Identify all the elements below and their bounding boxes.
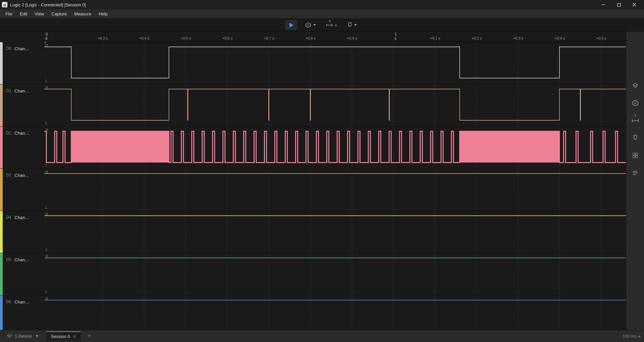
- zoom-value: 100 ms: [622, 334, 637, 339]
- channel-label[interactable]: D2Chan…: [0, 127, 44, 168]
- channel-id: D0: [6, 46, 11, 51]
- session-tab-label: Session 0: [51, 334, 70, 339]
- channel-name: Chan…: [14, 257, 29, 262]
- channel-waveform[interactable]: HL: [44, 253, 626, 295]
- menu-help[interactable]: Help: [95, 10, 111, 18]
- channel-id: D2: [6, 131, 11, 135]
- maximize-button[interactable]: [611, 0, 627, 9]
- ruler-minor-label: +0.1 s: [430, 36, 440, 40]
- main-area: 0 s.2 s1 s+0.3 s+0.4 s+0.5 s+0.6 s+0.7 s…: [0, 31, 644, 330]
- channel-waveform[interactable]: HL: [44, 211, 626, 253]
- hex-icon: 1F: [305, 22, 311, 28]
- menu-measure[interactable]: Measure: [71, 10, 95, 18]
- ruler-minor-label: +0.7 s: [264, 36, 274, 40]
- chevron-down-icon: [313, 24, 316, 26]
- svg-rect-11: [460, 131, 559, 162]
- play-button[interactable]: [285, 20, 297, 30]
- minimize-button[interactable]: [596, 0, 611, 9]
- close-button[interactable]: [627, 0, 642, 9]
- timing-side-badge: 3: [634, 114, 636, 117]
- channel-id: D6: [6, 299, 11, 304]
- waveform-area[interactable]: 0 s.2 s1 s+0.3 s+0.4 s+0.5 s+0.6 s+0.7 s…: [0, 31, 626, 330]
- channel-waveform[interactable]: HL: [44, 127, 626, 168]
- timing-button[interactable]: 3 +: [324, 20, 339, 30]
- channel-label[interactable]: D5Chan…: [0, 253, 44, 295]
- panel-timing-button[interactable]: 3: [631, 117, 639, 125]
- panel-extensions-button[interactable]: [631, 151, 639, 159]
- channel-waveform[interactable]: HL: [44, 169, 626, 211]
- channel-row[interactable]: D3Chan…HL: [0, 169, 626, 211]
- channel-label[interactable]: D1Chan…: [0, 84, 44, 126]
- window-title: Logic 2 [Logic - Connected] [Session 0]: [10, 2, 596, 7]
- svg-rect-10: [71, 131, 169, 162]
- chevron-down-icon: [36, 335, 38, 337]
- svg-rect-20: [636, 156, 638, 158]
- device-count: 1 Device: [15, 334, 32, 339]
- play-icon: [288, 22, 294, 28]
- add-tab-button[interactable]: +: [86, 333, 93, 340]
- channel-id: D1: [6, 88, 11, 93]
- panel-layers-button[interactable]: [631, 82, 639, 90]
- channel-label[interactable]: D6Chan…: [0, 295, 44, 330]
- channel-label[interactable]: D3Chan…: [0, 169, 44, 211]
- channel-row[interactable]: D1Chan…HL: [0, 84, 626, 127]
- channel-color-bar: [0, 169, 3, 211]
- channel-waveform[interactable]: HL: [44, 295, 626, 330]
- markers-button[interactable]: [345, 20, 359, 30]
- panel-analyzers-button[interactable]: 1F: [631, 99, 639, 107]
- panel-notes-button[interactable]: [631, 169, 639, 177]
- close-tab-icon[interactable]: ✕: [73, 334, 76, 339]
- hex-icon: 1F: [632, 100, 639, 107]
- notes-icon: [632, 170, 638, 176]
- device-selector[interactable]: 1 Device: [3, 332, 42, 340]
- menu-view[interactable]: View: [31, 10, 47, 18]
- ruler-minor-label: +0.9 s: [347, 36, 357, 40]
- analyzers-button[interactable]: 1F: [303, 20, 318, 30]
- menu-edit[interactable]: Edit: [16, 10, 31, 18]
- wave-svg: [44, 42, 626, 84]
- channel-row[interactable]: D2Chan…HL: [0, 127, 626, 169]
- channel-color-bar: [0, 42, 3, 84]
- channel-name: Chan…: [14, 131, 29, 136]
- plus-icon: +: [334, 22, 337, 28]
- svg-rect-19: [633, 156, 635, 158]
- channel-row[interactable]: D6Chan…HL: [0, 295, 626, 330]
- svg-text:1F: 1F: [634, 102, 637, 105]
- channel-color-bar: [0, 295, 3, 330]
- channel-color-bar: [0, 127, 3, 168]
- menu-file[interactable]: File: [2, 10, 16, 18]
- panel-markers-button[interactable]: [631, 134, 639, 142]
- channel-waveform[interactable]: HL: [44, 42, 626, 84]
- channel-row[interactable]: D4Chan…HL: [0, 211, 626, 253]
- svg-rect-18: [636, 153, 638, 155]
- wave-svg: [44, 127, 626, 168]
- channel-color-bar: [0, 253, 3, 295]
- channel-row[interactable]: D0Chan…HL: [0, 42, 626, 84]
- time-ruler[interactable]: 0 s.2 s1 s+0.3 s+0.4 s+0.5 s+0.6 s+0.7 s…: [44, 31, 626, 42]
- marker-icon: [633, 135, 638, 141]
- measure-icon: [326, 23, 333, 27]
- minimize-icon: [601, 3, 605, 7]
- menu-capture[interactable]: Capture: [48, 10, 70, 18]
- titlebar: ◎ Logic 2 [Logic - Connected] [Session 0…: [0, 0, 644, 9]
- svg-text:1F: 1F: [307, 24, 310, 27]
- session-tab[interactable]: Session 0 ✕: [46, 331, 81, 341]
- channel-waveform[interactable]: HL: [44, 84, 626, 126]
- bottombar: 1 Device Session 0 ✕ + 100 ms: [0, 330, 644, 342]
- channel-id: D4: [6, 215, 11, 220]
- channel-name: Chan…: [14, 173, 29, 178]
- measure-icon: [632, 118, 639, 123]
- chevron-down-icon: [354, 24, 357, 26]
- ruler-minor-label: +0.3 s: [513, 36, 523, 40]
- wave-svg: [44, 211, 626, 253]
- ruler-minor-label: +0.8 s: [306, 36, 316, 40]
- grid-icon: [632, 152, 638, 158]
- channel-label[interactable]: D0Chan…: [0, 42, 44, 84]
- wave-svg: [44, 84, 626, 126]
- channel-label[interactable]: D4Chan…: [0, 211, 44, 253]
- channel-row[interactable]: D5Chan…HL: [0, 253, 626, 295]
- svg-rect-17: [633, 153, 635, 155]
- marker-icon: [347, 22, 352, 28]
- zoom-indicator[interactable]: 100 ms: [622, 334, 641, 339]
- menubar: File Edit View Capture Measure Help: [0, 9, 644, 19]
